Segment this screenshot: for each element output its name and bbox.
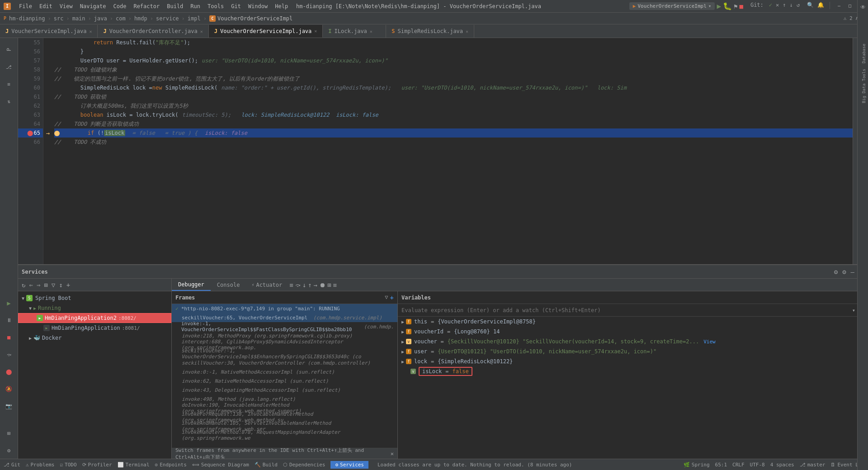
status-profiler-item[interactable]: ⟳ Profiler: [82, 462, 112, 468]
eval-input[interactable]: [401, 307, 849, 313]
camera-btn[interactable]: 📷: [1, 398, 17, 414]
tree-app2[interactable]: ▶ HmDianPingApplication2 :8082/: [18, 313, 171, 323]
step-into-icon[interactable]: ↓: [302, 281, 306, 289]
git-checkmark[interactable]: ✓: [769, 2, 772, 10]
debug-button[interactable]: 🐛: [723, 2, 732, 10]
run-button[interactable]: ▶: [717, 2, 721, 10]
breadcrumb-impl[interactable]: impl: [188, 15, 201, 22]
pull-requests-btn[interactable]: ⇅: [1, 93, 17, 109]
menu-file[interactable]: File: [16, 2, 35, 10]
tab-console[interactable]: Console: [211, 279, 246, 291]
menu-tools[interactable]: Tools: [205, 2, 226, 10]
tab-voucherserviceimpl[interactable]: J VoucherServiceImpl.java ✕: [0, 25, 98, 38]
code-content[interactable]: return Result.fail( "库存不足" ); } UserDTO …: [52, 38, 853, 264]
breadcrumb-project[interactable]: hm-dianping: [9, 15, 45, 22]
breadcrumb-main[interactable]: main: [72, 15, 85, 22]
frames-filter-btn[interactable]: ▽: [385, 294, 388, 301]
status-seqdiagram-item[interactable]: ⟺ Sequence Diagram: [192, 462, 249, 468]
breadcrumb-hmdp[interactable]: hmdp: [134, 15, 147, 22]
frame-invokehandler[interactable]: invokeHandlerMethod:878, RequestMappingH…: [172, 431, 397, 440]
run-config-dropdown[interactable]: ▶ VoucherOrderServiceImpl ▾: [629, 2, 715, 10]
threads-icon[interactable]: ≡: [333, 281, 336, 289]
tab-close-icon[interactable]: ✕: [314, 28, 317, 33]
frame-delegating[interactable]: invoke:43, DelegatingMethodAccessorImpl …: [172, 385, 397, 394]
commit-btn[interactable]: ⎇: [1, 59, 17, 75]
tree-springboot[interactable]: ▼ S Spring Boot: [18, 293, 171, 303]
menu-window[interactable]: Window: [245, 2, 270, 10]
tree-docker[interactable]: ▶ 🐳 Docker: [18, 333, 171, 343]
status-branch[interactable]: ⎇ master: [800, 462, 826, 468]
status-deps-item[interactable]: ⬡ Dependencies: [283, 462, 325, 468]
menu-git[interactable]: Git: [228, 2, 244, 10]
coverage-button[interactable]: ⚑: [734, 3, 737, 10]
run-to-cursor-icon[interactable]: →: [314, 281, 317, 289]
tab-debugger[interactable]: Debugger: [172, 279, 211, 291]
view-link[interactable]: View: [703, 339, 716, 345]
settings-btn[interactable]: ⚙: [1, 442, 17, 459]
tree-group-btn[interactable]: ⊞: [43, 280, 48, 290]
frames-close-btn[interactable]: ✕: [391, 451, 394, 457]
debug-stop-btn[interactable]: ■: [1, 329, 17, 346]
structure-btn2[interactable]: ⊞: [1, 425, 17, 442]
tab-voucherordercontroller[interactable]: J VoucherOrderController.java ✕: [98, 25, 208, 38]
status-indent[interactable]: 4 spaces: [770, 462, 794, 468]
tab-voucherorderserviceimpl[interactable]: J VoucherOrderServiceImpl.java ✕: [209, 25, 323, 38]
minimize-button[interactable]: —: [835, 2, 843, 9]
var-this[interactable]: ▶ f this = {VoucherOrderServiceImpl@8758…: [398, 317, 859, 327]
services-settings-btn[interactable]: ⚙: [833, 267, 839, 276]
tree-app1[interactable]: ▶ HmDianPingApplication :8081/: [18, 323, 171, 333]
status-problems-item[interactable]: ⚠ Problems: [26, 462, 55, 468]
var-voucherid[interactable]: ▶ f voucherId = {Long@8760} 14: [398, 327, 859, 337]
menu-navigate[interactable]: Navigate: [77, 2, 109, 10]
tree-filter-btn[interactable]: ▽: [51, 280, 56, 290]
var-islock[interactable]: v isLock = false: [398, 366, 859, 376]
breadcrumb-src[interactable]: src: [54, 15, 64, 22]
evaluate-icon[interactable]: ⏺: [319, 281, 326, 289]
breakpoints-btn[interactable]: ⬤: [1, 364, 17, 380]
step-out-icon[interactable]: ↑: [308, 281, 311, 289]
breadcrumb-com[interactable]: com: [116, 15, 126, 22]
step-over-btn[interactable]: ⤼: [1, 347, 17, 363]
status-position[interactable]: 65:1: [715, 462, 727, 468]
menu-help[interactable]: Help: [272, 2, 291, 10]
menu-edit[interactable]: Edit: [37, 2, 55, 10]
status-build-item[interactable]: 🔨 Build: [255, 462, 278, 468]
tab-actuator[interactable]: ⚡ Actuator: [246, 282, 288, 288]
var-user[interactable]: ▶ f user = {UserDTO@10121} "UserDTO(id=1…: [398, 347, 859, 356]
breadcrumb-java[interactable]: java: [94, 15, 107, 22]
git-push[interactable]: ↑: [783, 2, 786, 10]
database-btn[interactable]: Database: [860, 40, 868, 67]
var-voucher[interactable]: ▶ v voucher = {SeckillVoucher@10120} "Se…: [398, 337, 859, 347]
status-git-item[interactable]: ⎇ Git: [4, 462, 20, 468]
services-config-btn[interactable]: ⚙: [841, 267, 847, 276]
tree-collapse-btn[interactable]: ⇐: [28, 280, 33, 290]
frame-controller[interactable]: seckillVoucher:30, VoucherOrderControlle…: [172, 358, 397, 367]
structure-btn[interactable]: ≡: [1, 76, 17, 92]
status-encoding[interactable]: UTF-8: [750, 462, 765, 468]
services-minimize-btn[interactable]: —: [850, 267, 855, 276]
stop-button[interactable]: ■: [739, 3, 743, 10]
menu-run[interactable]: Run: [188, 2, 203, 10]
status-todo-item[interactable]: ☑ TODO: [60, 462, 76, 468]
tree-refresh-btn[interactable]: ↻: [21, 280, 26, 290]
frame-native1[interactable]: invoke:0:-1, NativeMethodAccessorImpl (s…: [172, 367, 397, 376]
frames-icon[interactable]: ⊞: [327, 281, 331, 289]
tab-close-icon[interactable]: ✕: [370, 29, 373, 34]
frame-thread[interactable]: ✓ *http-nio-8082-exec-9*@7,149 in group …: [172, 304, 397, 313]
tree-expand-btn[interactable]: ⇒: [36, 280, 41, 290]
tree-running[interactable]: ▼ ▶ Running: [18, 303, 171, 313]
frame-invoke1[interactable]: invoke:-1, VoucherOrderServiceImpl$$Fast…: [172, 322, 397, 331]
tree-sort-btn[interactable]: ↕: [58, 280, 63, 290]
notifications-btn[interactable]: 🔔: [817, 2, 824, 10]
eval-dropdown[interactable]: ▾: [852, 307, 855, 313]
status-services-item[interactable]: ⚙ Services: [330, 461, 368, 469]
status-terminal-item[interactable]: ⬜ Terminal: [118, 462, 150, 468]
breadcrumb-service[interactable]: service: [156, 15, 179, 22]
git-x[interactable]: ✕: [776, 2, 779, 10]
git-fetch[interactable]: ↓: [790, 2, 793, 10]
breadcrumb-current-file[interactable]: VoucherOrderServiceImpl: [217, 15, 292, 22]
step-over-icon[interactable]: ⤼: [295, 281, 301, 289]
restore-layout-btn[interactable]: ≡: [289, 281, 293, 289]
menu-build[interactable]: Build: [164, 2, 186, 10]
git-revert[interactable]: ↺: [797, 2, 800, 10]
